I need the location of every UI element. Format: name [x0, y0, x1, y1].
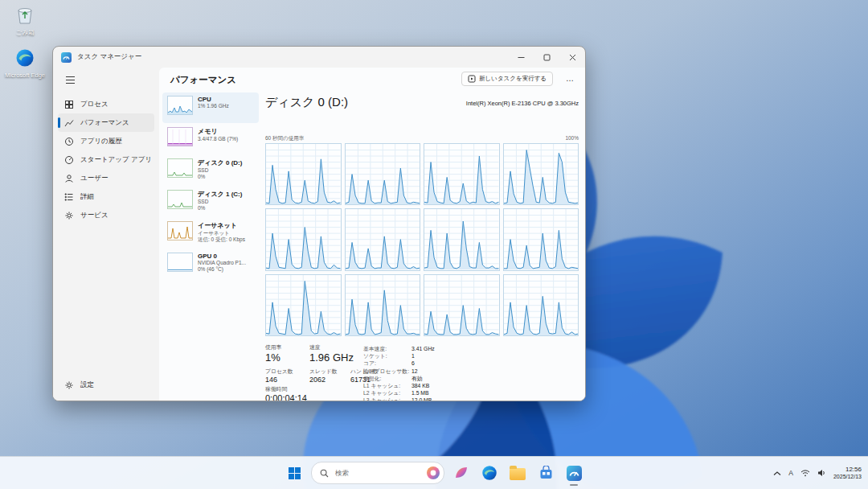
detail-label: コア:: [363, 360, 411, 367]
performance-resource-list: CPU 1% 1.96 GHz メモリ 3.4/47.8 GB (7%): [161, 92, 260, 401]
taskbar-search[interactable]: [311, 462, 444, 484]
maximize-icon: [543, 54, 551, 61]
perf-item-stat: 送信: 0 受信: 0 Kbps: [198, 236, 245, 243]
start-button[interactable]: [283, 462, 305, 484]
minimize-button[interactable]: [508, 47, 534, 68]
detail-label: L2 キャッシュ:: [363, 389, 411, 397]
sidebar-item-label: スタートアップ アプリ: [80, 155, 152, 165]
detail-label: 仮想化:: [363, 375, 411, 382]
desktop-icon-label: Microsoft Edge: [3, 72, 47, 79]
folder-icon: [510, 468, 526, 480]
stat-label: 速度: [309, 343, 354, 351]
resource-title: ディスク 0 (D:): [265, 95, 348, 110]
stat-value: 2062: [309, 376, 338, 384]
graph-caption: 60 秒間の使用率: [265, 135, 304, 141]
perf-item-stat: SSD: [198, 199, 242, 205]
stat-value: 1%: [265, 351, 281, 364]
maximize-button[interactable]: [534, 47, 559, 68]
stat-value: 0:00:04:14: [265, 393, 307, 401]
perf-item-ethernet[interactable]: イーサネット イーサネット 送信: 0 受信: 0 Kbps: [162, 218, 259, 249]
cpu-thumbnail: [167, 96, 193, 115]
sidebar-item-label: プロセス: [80, 100, 108, 109]
cpu-core-chart: [265, 274, 342, 336]
volume-button[interactable]: [817, 466, 826, 480]
detail-value: 12: [411, 368, 418, 375]
edge-taskbar-icon: [481, 465, 497, 481]
volume-icon: [817, 469, 826, 477]
widgets-icon: [453, 465, 469, 481]
perf-item-stat: 3.4/47.8 GB (7%): [198, 136, 238, 142]
network-button[interactable]: [800, 466, 810, 480]
cpu-spec-details: 基本速度:3.41 GHz ソケット:1 コア:6 論理プロセッサ数:12 仮想…: [363, 345, 508, 401]
desktop-icon-edge[interactable]: Microsoft Edge: [3, 48, 47, 79]
detail-value: 有効: [411, 375, 423, 382]
perf-item-name: ディスク 0 (D:): [198, 158, 242, 167]
chevron-up-icon: [773, 471, 781, 477]
sidebar-item-performance[interactable]: パフォーマンス: [58, 113, 154, 132]
run-new-task-label: 新しいタスクを実行する: [479, 75, 547, 83]
run-new-task-button[interactable]: 新しいタスクを実行する: [461, 72, 553, 86]
desktop-icon-recycle-bin[interactable]: ごみ箱: [3, 4, 47, 36]
detail-value: 12.0 MB: [411, 397, 432, 401]
perf-item-name: GPU 0: [198, 253, 246, 260]
detail-label: L3 キャッシュ:: [363, 397, 411, 401]
sidebar-item-startup-apps[interactable]: スタートアップ アプリ: [58, 150, 154, 169]
stat-label: プロセス数: [265, 368, 293, 376]
more-options-button[interactable]: …: [561, 72, 577, 86]
perf-item-name: CPU: [198, 96, 229, 103]
taskbar-app-task-manager[interactable]: [563, 462, 585, 484]
perf-item-stat: SSD: [198, 167, 242, 174]
close-button[interactable]: [559, 47, 585, 68]
cpu-core-chart: [503, 274, 579, 336]
tray-chevron-button[interactable]: [773, 466, 781, 480]
titlebar[interactable]: タスク マネージャー: [53, 47, 585, 68]
search-highlight-icon: [426, 466, 440, 480]
sidebar-item-label: ユーザー: [80, 174, 108, 183]
detail-label: ソケット:: [363, 352, 411, 360]
content-pane: パフォーマンス 新しいタスクを実行する … CPU 1% 1.96 GHz: [159, 68, 585, 401]
sidebar-item-app-history[interactable]: アプリの履歴: [58, 132, 154, 150]
detail-label: 論理プロセッサ数:: [363, 368, 411, 375]
nav-sidebar: プロセス パフォーマンス アプリの履歴 スタートアップ アプリ: [53, 68, 159, 401]
search-input[interactable]: [334, 468, 421, 478]
gpu-thumbnail: [167, 253, 193, 272]
perf-item-disk-1[interactable]: ディスク 1 (C:) SSD 0%: [162, 187, 259, 217]
users-icon: [64, 174, 74, 183]
perf-item-cpu[interactable]: CPU 1% 1.96 GHz: [162, 92, 259, 123]
sidebar-item-label: パフォーマンス: [80, 118, 129, 128]
sidebar-item-label: サービス: [80, 211, 108, 220]
sidebar-item-details[interactable]: 詳細: [58, 187, 154, 206]
taskbar-app-store[interactable]: [534, 462, 557, 484]
sidebar-item-services[interactable]: サービス: [58, 206, 154, 224]
hamburger-menu-button[interactable]: [59, 71, 80, 88]
perf-item-memory[interactable]: メモリ 3.4/47.8 GB (7%): [162, 124, 259, 154]
taskbar-app-widgets[interactable]: [450, 462, 473, 484]
sidebar-item-users[interactable]: ユーザー: [58, 169, 154, 187]
perf-item-gpu-0[interactable]: GPU 0 NVIDIA Quadro P1... 0% (46 °C): [162, 249, 259, 280]
taskbar-clock[interactable]: 12:56 2025/12/13: [833, 466, 862, 481]
minimize-icon: [518, 54, 525, 61]
detail-value: 3.41 GHz: [411, 345, 435, 352]
ime-indicator[interactable]: A: [788, 469, 793, 477]
cpu-core-chart: [424, 274, 500, 336]
sidebar-item-processes[interactable]: プロセス: [58, 95, 154, 113]
task-manager-taskbar-icon: [567, 466, 582, 481]
perf-item-name: イーサネット: [198, 221, 245, 230]
taskbar-app-edge[interactable]: [478, 462, 501, 484]
stat-value: 1.96 GHz: [309, 351, 354, 364]
recycle-bin-icon: [14, 4, 35, 25]
perf-item-stat: 0%: [198, 174, 242, 180]
startup-apps-icon: [64, 155, 74, 165]
search-icon: [320, 469, 329, 478]
close-icon: [569, 54, 576, 61]
perf-item-disk-0[interactable]: ディスク 0 (D:) SSD 0%: [162, 155, 259, 186]
detail-value: 1.5 MB: [411, 389, 429, 397]
processes-icon: [64, 100, 74, 109]
sidebar-item-settings[interactable]: 設定: [58, 376, 154, 394]
desktop: ごみ箱 Microsoft Edge タスク マネージャー: [0, 0, 868, 489]
run-task-icon: [468, 75, 476, 83]
task-manager-window: タスク マネージャー: [52, 46, 586, 401]
sidebar-item-label: 設定: [80, 380, 94, 390]
ethernet-thumbnail: [167, 221, 193, 240]
taskbar-app-file-explorer[interactable]: [506, 462, 529, 484]
